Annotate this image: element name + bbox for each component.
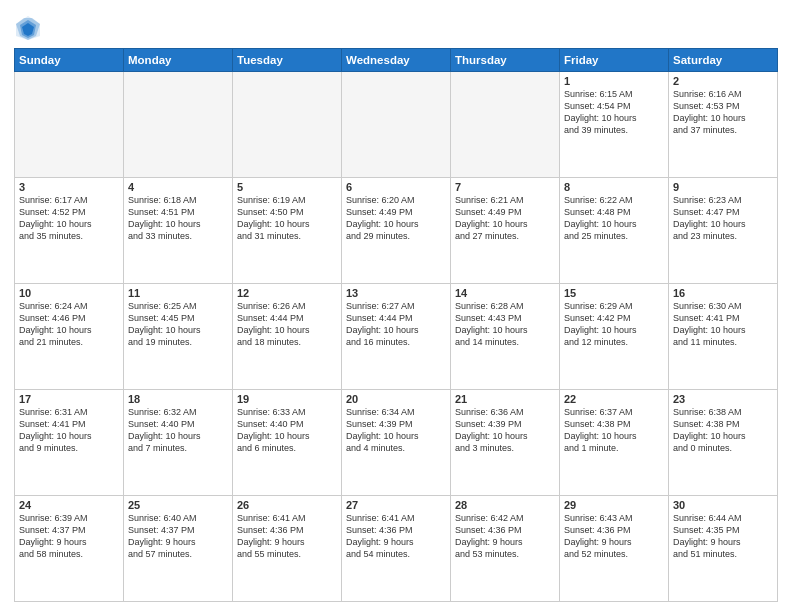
weekday-header-monday: Monday xyxy=(124,49,233,72)
day-info: Sunrise: 6:17 AM Sunset: 4:52 PM Dayligh… xyxy=(19,194,119,243)
day-number: 13 xyxy=(346,287,446,299)
day-info: Sunrise: 6:43 AM Sunset: 4:36 PM Dayligh… xyxy=(564,512,664,561)
calendar-cell: 6Sunrise: 6:20 AM Sunset: 4:49 PM Daylig… xyxy=(342,178,451,284)
weekday-header-thursday: Thursday xyxy=(451,49,560,72)
day-number: 15 xyxy=(564,287,664,299)
logo xyxy=(14,14,46,42)
calendar-cell: 17Sunrise: 6:31 AM Sunset: 4:41 PM Dayli… xyxy=(15,390,124,496)
calendar-cell: 18Sunrise: 6:32 AM Sunset: 4:40 PM Dayli… xyxy=(124,390,233,496)
week-row-2: 3Sunrise: 6:17 AM Sunset: 4:52 PM Daylig… xyxy=(15,178,778,284)
week-row-5: 24Sunrise: 6:39 AM Sunset: 4:37 PM Dayli… xyxy=(15,496,778,602)
calendar-cell: 9Sunrise: 6:23 AM Sunset: 4:47 PM Daylig… xyxy=(669,178,778,284)
calendar-cell: 5Sunrise: 6:19 AM Sunset: 4:50 PM Daylig… xyxy=(233,178,342,284)
day-number: 6 xyxy=(346,181,446,193)
logo-icon xyxy=(14,14,42,42)
day-number: 1 xyxy=(564,75,664,87)
day-info: Sunrise: 6:20 AM Sunset: 4:49 PM Dayligh… xyxy=(346,194,446,243)
calendar-cell xyxy=(233,72,342,178)
calendar-cell: 8Sunrise: 6:22 AM Sunset: 4:48 PM Daylig… xyxy=(560,178,669,284)
day-info: Sunrise: 6:42 AM Sunset: 4:36 PM Dayligh… xyxy=(455,512,555,561)
day-number: 3 xyxy=(19,181,119,193)
calendar-cell: 1Sunrise: 6:15 AM Sunset: 4:54 PM Daylig… xyxy=(560,72,669,178)
calendar-cell: 24Sunrise: 6:39 AM Sunset: 4:37 PM Dayli… xyxy=(15,496,124,602)
weekday-header-tuesday: Tuesday xyxy=(233,49,342,72)
day-number: 30 xyxy=(673,499,773,511)
day-info: Sunrise: 6:40 AM Sunset: 4:37 PM Dayligh… xyxy=(128,512,228,561)
day-info: Sunrise: 6:25 AM Sunset: 4:45 PM Dayligh… xyxy=(128,300,228,349)
week-row-3: 10Sunrise: 6:24 AM Sunset: 4:46 PM Dayli… xyxy=(15,284,778,390)
day-info: Sunrise: 6:38 AM Sunset: 4:38 PM Dayligh… xyxy=(673,406,773,455)
calendar-cell: 22Sunrise: 6:37 AM Sunset: 4:38 PM Dayli… xyxy=(560,390,669,496)
day-number: 29 xyxy=(564,499,664,511)
weekday-header-friday: Friday xyxy=(560,49,669,72)
day-info: Sunrise: 6:44 AM Sunset: 4:35 PM Dayligh… xyxy=(673,512,773,561)
day-number: 18 xyxy=(128,393,228,405)
week-row-1: 1Sunrise: 6:15 AM Sunset: 4:54 PM Daylig… xyxy=(15,72,778,178)
calendar-cell: 16Sunrise: 6:30 AM Sunset: 4:41 PM Dayli… xyxy=(669,284,778,390)
calendar-cell: 11Sunrise: 6:25 AM Sunset: 4:45 PM Dayli… xyxy=(124,284,233,390)
day-info: Sunrise: 6:16 AM Sunset: 4:53 PM Dayligh… xyxy=(673,88,773,137)
calendar-cell: 15Sunrise: 6:29 AM Sunset: 4:42 PM Dayli… xyxy=(560,284,669,390)
calendar-table: SundayMondayTuesdayWednesdayThursdayFrid… xyxy=(14,48,778,602)
day-info: Sunrise: 6:22 AM Sunset: 4:48 PM Dayligh… xyxy=(564,194,664,243)
day-info: Sunrise: 6:33 AM Sunset: 4:40 PM Dayligh… xyxy=(237,406,337,455)
day-info: Sunrise: 6:19 AM Sunset: 4:50 PM Dayligh… xyxy=(237,194,337,243)
day-info: Sunrise: 6:39 AM Sunset: 4:37 PM Dayligh… xyxy=(19,512,119,561)
day-info: Sunrise: 6:34 AM Sunset: 4:39 PM Dayligh… xyxy=(346,406,446,455)
calendar-cell xyxy=(342,72,451,178)
day-number: 2 xyxy=(673,75,773,87)
weekday-header-sunday: Sunday xyxy=(15,49,124,72)
calendar-cell: 20Sunrise: 6:34 AM Sunset: 4:39 PM Dayli… xyxy=(342,390,451,496)
calendar-cell: 3Sunrise: 6:17 AM Sunset: 4:52 PM Daylig… xyxy=(15,178,124,284)
day-number: 22 xyxy=(564,393,664,405)
day-number: 10 xyxy=(19,287,119,299)
week-row-4: 17Sunrise: 6:31 AM Sunset: 4:41 PM Dayli… xyxy=(15,390,778,496)
day-info: Sunrise: 6:41 AM Sunset: 4:36 PM Dayligh… xyxy=(346,512,446,561)
calendar-cell: 30Sunrise: 6:44 AM Sunset: 4:35 PM Dayli… xyxy=(669,496,778,602)
calendar-cell xyxy=(15,72,124,178)
calendar-cell: 7Sunrise: 6:21 AM Sunset: 4:49 PM Daylig… xyxy=(451,178,560,284)
calendar-cell: 21Sunrise: 6:36 AM Sunset: 4:39 PM Dayli… xyxy=(451,390,560,496)
calendar-cell: 26Sunrise: 6:41 AM Sunset: 4:36 PM Dayli… xyxy=(233,496,342,602)
day-number: 20 xyxy=(346,393,446,405)
day-number: 21 xyxy=(455,393,555,405)
day-number: 14 xyxy=(455,287,555,299)
day-number: 27 xyxy=(346,499,446,511)
day-number: 9 xyxy=(673,181,773,193)
calendar-cell: 2Sunrise: 6:16 AM Sunset: 4:53 PM Daylig… xyxy=(669,72,778,178)
calendar-cell: 14Sunrise: 6:28 AM Sunset: 4:43 PM Dayli… xyxy=(451,284,560,390)
day-number: 16 xyxy=(673,287,773,299)
calendar-cell: 29Sunrise: 6:43 AM Sunset: 4:36 PM Dayli… xyxy=(560,496,669,602)
day-number: 12 xyxy=(237,287,337,299)
header xyxy=(14,10,778,42)
day-info: Sunrise: 6:21 AM Sunset: 4:49 PM Dayligh… xyxy=(455,194,555,243)
day-info: Sunrise: 6:24 AM Sunset: 4:46 PM Dayligh… xyxy=(19,300,119,349)
day-info: Sunrise: 6:31 AM Sunset: 4:41 PM Dayligh… xyxy=(19,406,119,455)
day-info: Sunrise: 6:26 AM Sunset: 4:44 PM Dayligh… xyxy=(237,300,337,349)
day-info: Sunrise: 6:28 AM Sunset: 4:43 PM Dayligh… xyxy=(455,300,555,349)
calendar-cell: 25Sunrise: 6:40 AM Sunset: 4:37 PM Dayli… xyxy=(124,496,233,602)
day-number: 28 xyxy=(455,499,555,511)
day-info: Sunrise: 6:29 AM Sunset: 4:42 PM Dayligh… xyxy=(564,300,664,349)
calendar-cell: 13Sunrise: 6:27 AM Sunset: 4:44 PM Dayli… xyxy=(342,284,451,390)
weekday-header-saturday: Saturday xyxy=(669,49,778,72)
calendar-cell xyxy=(124,72,233,178)
day-number: 8 xyxy=(564,181,664,193)
day-info: Sunrise: 6:27 AM Sunset: 4:44 PM Dayligh… xyxy=(346,300,446,349)
day-info: Sunrise: 6:37 AM Sunset: 4:38 PM Dayligh… xyxy=(564,406,664,455)
weekday-header-wednesday: Wednesday xyxy=(342,49,451,72)
day-info: Sunrise: 6:41 AM Sunset: 4:36 PM Dayligh… xyxy=(237,512,337,561)
day-number: 17 xyxy=(19,393,119,405)
calendar-cell: 4Sunrise: 6:18 AM Sunset: 4:51 PM Daylig… xyxy=(124,178,233,284)
day-info: Sunrise: 6:18 AM Sunset: 4:51 PM Dayligh… xyxy=(128,194,228,243)
day-number: 11 xyxy=(128,287,228,299)
calendar-cell: 10Sunrise: 6:24 AM Sunset: 4:46 PM Dayli… xyxy=(15,284,124,390)
calendar-cell: 27Sunrise: 6:41 AM Sunset: 4:36 PM Dayli… xyxy=(342,496,451,602)
day-number: 24 xyxy=(19,499,119,511)
day-info: Sunrise: 6:23 AM Sunset: 4:47 PM Dayligh… xyxy=(673,194,773,243)
day-number: 4 xyxy=(128,181,228,193)
calendar-cell: 28Sunrise: 6:42 AM Sunset: 4:36 PM Dayli… xyxy=(451,496,560,602)
day-number: 25 xyxy=(128,499,228,511)
calendar-cell xyxy=(451,72,560,178)
day-info: Sunrise: 6:36 AM Sunset: 4:39 PM Dayligh… xyxy=(455,406,555,455)
